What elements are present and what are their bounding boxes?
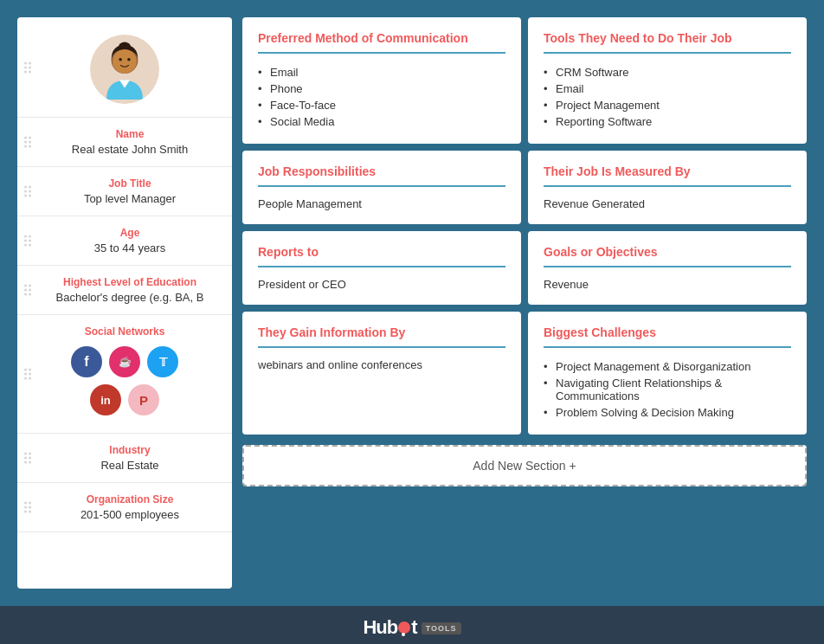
drag-handle-education [24, 285, 31, 296]
social-networks-section: Social Networks f ☕ 𝕋 in P [17, 315, 232, 434]
list-item: Problem Solving & Decision Making [544, 404, 791, 421]
svg-point-4 [127, 58, 131, 61]
age-label: Age [45, 227, 215, 239]
card-title-biggest-challenges: Biggest Challenges [544, 325, 791, 348]
card-biggest-challenges: Biggest Challenges Project Management & … [528, 312, 807, 435]
cards-grid: Preferred Method of Communication Email … [242, 17, 807, 435]
pinterest-icon[interactable]: P [128, 384, 159, 415]
list-item: Social Media [258, 113, 505, 130]
facebook-icon[interactable]: f [71, 346, 102, 377]
list-item: CRM Software [544, 64, 791, 80]
list-item: Navigating Client Relationships & Commun… [544, 375, 791, 404]
list-item: Phone [258, 80, 505, 97]
education-field: Highest Level of Education Bachelor's de… [17, 266, 232, 315]
card-preferred-communication: Preferred Method of Communication Email … [242, 17, 521, 144]
job-title-field: Job Title Top level Manager [17, 167, 232, 216]
card-list-biggest-challenges: Project Management & Disorganization Nav… [544, 358, 791, 421]
instagram-icon[interactable]: ☕ [109, 346, 140, 377]
job-value: Top level Manager [45, 192, 215, 205]
drag-handle-org [24, 502, 31, 513]
linkedin-icon[interactable]: in [90, 384, 121, 415]
card-content-reports-to: President or CEO [258, 278, 505, 291]
drag-handle-job [24, 186, 31, 197]
drag-handle-industry [24, 453, 31, 464]
list-item: Email [258, 64, 505, 80]
industry-field: Industry Real Estate [17, 434, 232, 483]
sidebar: Name Real estate John Smith Job Title To… [17, 17, 232, 589]
education-label: Highest Level of Education [45, 276, 215, 288]
svg-point-3 [119, 58, 122, 61]
tools-badge: TOOLS [422, 622, 461, 634]
card-job-responsibilities: Job Responsibilities People Management [242, 151, 521, 224]
name-label: Name [45, 128, 215, 140]
card-content-job-responsibilities: People Management [258, 197, 505, 210]
list-item: Project Management [544, 97, 791, 113]
drag-handle-avatar [24, 61, 31, 73]
twitter-icon[interactable]: 𝕋 [147, 346, 178, 377]
card-content-job-measured-by: Revenue Generated [544, 197, 791, 210]
list-item: Project Management & Disorganization [544, 358, 791, 375]
add-section-label: Add New Section + [473, 459, 576, 473]
card-title-reports-to: Reports to [258, 245, 505, 267]
card-tools-needed: Tools They Need to Do Their Job CRM Soft… [528, 17, 807, 144]
svg-point-2 [113, 49, 137, 74]
card-title-tools-needed: Tools They Need to Do Their Job [544, 31, 791, 54]
name-field: Name Real estate John Smith [17, 118, 232, 167]
age-field: Age 35 to 44 years [17, 216, 232, 266]
org-label: Organization Size [45, 493, 215, 506]
card-list-tools-needed: CRM Software Email Project Management Re… [544, 64, 791, 130]
social-label: Social Networks [35, 325, 215, 338]
card-gain-information: They Gain Information By webinars and on… [242, 312, 521, 435]
card-reports-to: Reports to President or CEO [242, 231, 521, 305]
card-job-measured-by: Their Job Is Measured By Revenue Generat… [528, 151, 807, 224]
main-container: Name Real estate John Smith Job Title To… [0, 0, 824, 606]
education-value: Bachelor's degree (e.g. BA, B [45, 291, 215, 304]
org-value: 201-500 employees [45, 508, 215, 521]
card-title-job-responsibilities: Job Responsibilities [258, 164, 505, 187]
drag-handle-age [24, 235, 31, 247]
name-value: Real estate John Smith [45, 143, 215, 156]
industry-value: Real Estate [45, 459, 215, 472]
drag-handle-name [24, 137, 31, 148]
org-size-field: Organization Size 201-500 employees [17, 483, 232, 532]
card-title-job-measured-by: Their Job Is Measured By [544, 164, 791, 187]
content-area: Preferred Method of Communication Email … [242, 17, 807, 589]
card-content-gain-information: webinars and online conferences [258, 358, 505, 371]
add-new-section-button[interactable]: Add New Section + [242, 445, 807, 486]
age-value: 35 to 44 years [45, 242, 215, 254]
card-content-goals-objectives: Revenue [544, 278, 791, 291]
footer: Hubt TOOLS Copyright © 2022 HubSpot, Inc… [0, 606, 824, 644]
logo-dot [398, 621, 410, 634]
avatar-section [17, 17, 232, 118]
list-item: Reporting Software [544, 113, 791, 130]
card-goals-objectives: Goals or Objectives Revenue [528, 231, 807, 305]
card-title-gain-information: They Gain Information By [258, 325, 505, 348]
hubspot-logo: Hubt TOOLS [10, 616, 814, 639]
social-icons-bottom-row: in P [35, 384, 215, 415]
job-label: Job Title [45, 177, 215, 190]
social-icons-top-row: f ☕ 𝕋 [35, 346, 215, 377]
card-title-goals-objectives: Goals or Objectives [544, 245, 791, 267]
list-item: Email [544, 80, 791, 97]
card-list-preferred-communication: Email Phone Face-To-face Social Media [258, 64, 505, 130]
avatar [90, 35, 159, 104]
industry-label: Industry [45, 444, 215, 456]
list-item: Face-To-face [258, 97, 505, 113]
card-title-preferred-communication: Preferred Method of Communication [258, 31, 505, 54]
drag-handle-social [24, 369, 31, 380]
